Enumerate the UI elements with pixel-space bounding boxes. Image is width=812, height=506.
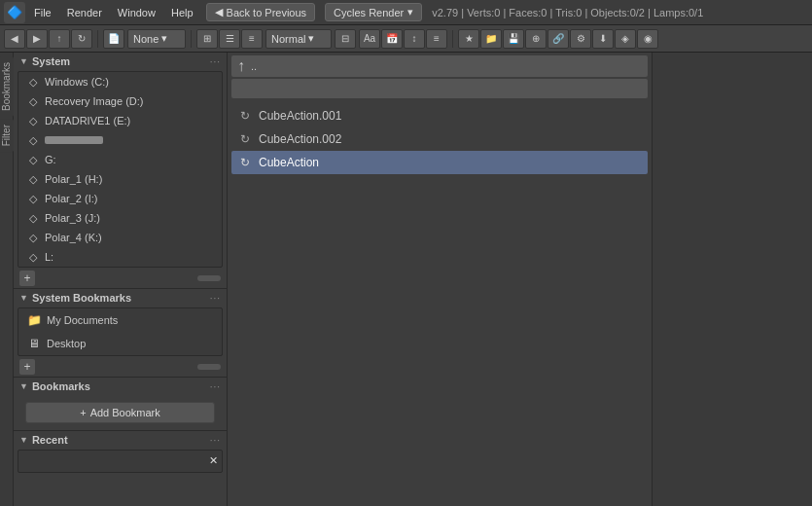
- list-item[interactable]: ↻ CubeAction: [231, 151, 648, 174]
- drive-icon: ◇: [26, 172, 40, 186]
- import-btn[interactable]: ⬇: [592, 29, 614, 49]
- extra2-btn[interactable]: ◉: [637, 29, 658, 49]
- up-dir-button[interactable]: ↑: [49, 29, 70, 49]
- filter-icon-btn[interactable]: ⊕: [525, 29, 547, 49]
- new-folder-button[interactable]: 📄: [103, 29, 124, 49]
- blender-logo: 🔷: [7, 5, 22, 19]
- list-item[interactable]: ↻ CubeAction.002: [231, 127, 648, 151]
- list-view-button[interactable]: ☰: [219, 29, 240, 49]
- drive-label: Polar_2 (I:): [45, 193, 97, 204]
- menu-render[interactable]: Render: [60, 5, 109, 20]
- user-bookmarks-section-title: Bookmarks: [32, 380, 210, 392]
- back-arrow-icon: ◀: [215, 6, 223, 18]
- bookmark-btn[interactable]: ★: [458, 29, 479, 49]
- list-item[interactable]: ◇ G:: [18, 150, 222, 169]
- render-engine-label: Cycles Render: [334, 7, 404, 18]
- back-nav-button[interactable]: ◀: [4, 29, 25, 49]
- recent-section-content: ✕: [18, 450, 223, 473]
- list-item[interactable]: 🖥 Desktop: [18, 332, 222, 355]
- add-bookmark-label: Add Bookmark: [90, 407, 160, 418]
- filter-toggle-button[interactable]: ⊟: [335, 29, 356, 49]
- dropdown-arrow-icon: ▾: [407, 6, 413, 18]
- list-item[interactable]: ◇ DATADRIVE1 (E:): [18, 111, 222, 130]
- list-item[interactable]: ◇ Recovery Image (D:): [18, 91, 222, 111]
- main-area: Bookmarks Filter ▼ System ··· ◇ Windows …: [0, 53, 812, 506]
- sort-size-button[interactable]: ↕: [404, 29, 425, 49]
- drive-icon: ◇: [26, 75, 40, 89]
- render-engine-select[interactable]: Cycles Render ▾: [325, 3, 422, 21]
- user-bookmarks-section-header[interactable]: ▼ Bookmarks ···: [14, 377, 227, 395]
- drive-label: Polar_1 (H:): [45, 173, 102, 185]
- drive-icon: ◇: [26, 192, 40, 205]
- drive-label: Recovery Image (D:): [45, 95, 143, 107]
- bookmarks-section-header[interactable]: ▼ System Bookmarks ···: [14, 288, 227, 307]
- menu-file[interactable]: File: [27, 5, 58, 20]
- system-triangle-icon: ▼: [19, 56, 28, 66]
- menu-window[interactable]: Window: [111, 5, 162, 20]
- shading-select[interactable]: Normal ▾: [265, 29, 332, 49]
- recent-section-title: Recent: [32, 434, 210, 446]
- drive-label: G:: [45, 154, 56, 165]
- list-item[interactable]: ↻ CubeAction.001: [231, 104, 648, 127]
- separator-3: [452, 30, 453, 48]
- thumbnail-view-button[interactable]: ⊞: [196, 29, 218, 49]
- extra1-btn[interactable]: ◈: [615, 29, 636, 49]
- sort-alpha-button[interactable]: Aa: [359, 29, 380, 49]
- system-section-content: ◇ Windows (C:) ◇ Recovery Image (D:) ◇ D…: [18, 71, 223, 268]
- normal-label: Normal: [271, 33, 305, 45]
- system-section-title: System: [32, 55, 210, 67]
- detail-view-button[interactable]: ≡: [241, 29, 263, 49]
- blender-icon: 🔷: [4, 2, 25, 23]
- extra-buttons-group: ★ 📁 💾 ⊕ 🔗 ⚙ ⬇ ◈ ◉: [458, 29, 658, 49]
- link-btn[interactable]: 🔗: [547, 29, 569, 49]
- list-item[interactable]: ◇: [18, 130, 222, 150]
- recent-close-button[interactable]: ✕: [209, 454, 218, 467]
- action-file-icon: ↻: [237, 155, 253, 170]
- path-bar[interactable]: ↑ ..: [231, 55, 648, 77]
- user-bookmarks-triangle-icon: ▼: [19, 381, 28, 391]
- version-info: v2.79 | Verts:0 | Faces:0 | Tris:0 | Obj…: [432, 7, 703, 18]
- drive-label: Polar_3 (J:): [45, 212, 100, 224]
- drive-label: Windows (C:): [45, 76, 109, 88]
- search-bar[interactable]: [231, 79, 648, 98]
- drive-btn[interactable]: 💾: [503, 29, 524, 49]
- refresh-button[interactable]: ↻: [71, 29, 92, 49]
- add-bookmark-plus-icon: +: [80, 407, 86, 418]
- side-tab-bookmarks[interactable]: Bookmarks: [0, 56, 14, 117]
- sort-type-button[interactable]: ≡: [426, 29, 447, 49]
- list-item[interactable]: ◇ Windows (C:): [18, 72, 222, 91]
- list-item[interactable]: ◇ Polar_2 (I:): [18, 189, 222, 208]
- file-list: ↻ CubeAction.001 ↻ CubeAction.002 ↻ Cube…: [228, 102, 652, 506]
- file-name: CubeAction: [259, 156, 319, 169]
- path-dots: ..: [251, 60, 257, 72]
- list-item[interactable]: ◇ Polar_1 (H:): [18, 169, 222, 189]
- user-bookmarks-content: + Add Bookmark: [14, 395, 227, 430]
- add-bookmark-button[interactable]: + Add Bookmark: [25, 402, 215, 423]
- list-item[interactable]: ◇ Polar_3 (J:): [18, 208, 222, 228]
- up-directory-indicator: ↑: [237, 57, 245, 75]
- system-section-header[interactable]: ▼ System ···: [14, 53, 227, 70]
- view-mode-group: ⊞ ☰ ≡: [196, 29, 263, 49]
- folder-btn[interactable]: 📁: [480, 29, 502, 49]
- file-main-area: ↑ .. ↻ CubeAction.001 ↻ CubeAction.002 ↻…: [228, 53, 652, 506]
- menu-help[interactable]: Help: [164, 5, 200, 20]
- recent-section-header[interactable]: ▼ Recent ···: [14, 430, 227, 449]
- system-add-button[interactable]: +: [19, 271, 35, 286]
- bookmark-label: Desktop: [47, 338, 86, 349]
- list-item[interactable]: ◇ Polar_4 (K:): [18, 228, 222, 247]
- drive-icon: ◇: [26, 153, 40, 166]
- filter-select[interactable]: None ▾: [127, 29, 186, 49]
- forward-nav-button[interactable]: ▶: [26, 29, 48, 49]
- settings-btn[interactable]: ⚙: [570, 29, 591, 49]
- nav-buttons-group: ◀ ▶ ↑ ↻: [4, 29, 92, 49]
- list-item[interactable]: 📁 My Documents: [18, 308, 222, 332]
- list-item[interactable]: ◇ L:: [18, 247, 222, 267]
- bookmarks-section-dots: ···: [210, 293, 221, 304]
- bookmarks-triangle-icon: ▼: [19, 293, 28, 303]
- recent-triangle-icon: ▼: [19, 435, 28, 445]
- bookmarks-add-button[interactable]: +: [19, 359, 35, 375]
- right-panel: [652, 53, 812, 506]
- sort-date-button[interactable]: 📅: [381, 29, 403, 49]
- side-tab-filter[interactable]: Filter: [0, 119, 14, 152]
- back-to-previous-button[interactable]: ◀ Back to Previous: [206, 3, 316, 21]
